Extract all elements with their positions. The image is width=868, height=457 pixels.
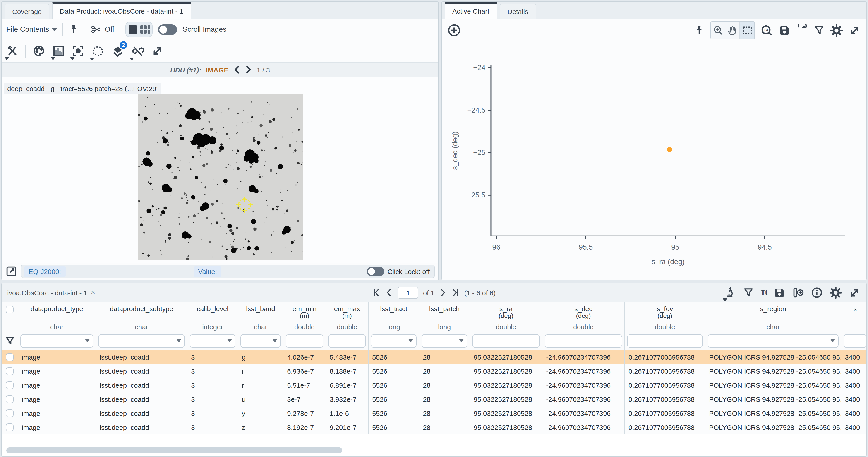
- click-lock-toggle[interactable]: [367, 267, 384, 276]
- filter-input[interactable]: [708, 334, 839, 347]
- filter-row-icon[interactable]: [2, 332, 18, 349]
- filter-input[interactable]: [98, 334, 185, 347]
- row-checkbox[interactable]: [2, 406, 18, 420]
- filter-chart-icon[interactable]: [814, 25, 825, 36]
- scatter-chart[interactable]: −24−24.5−25−25.59695.59594.5s_ra (deg)s_…: [442, 42, 866, 280]
- expand-icon[interactable]: [151, 45, 163, 57]
- filter-input[interactable]: [190, 334, 236, 347]
- stretch-histogram-icon[interactable]: [53, 45, 65, 57]
- column-header-em_min[interactable]: em_min(m)double: [283, 302, 326, 332]
- table-row[interactable]: imagelsst.deep_coadd3i6.936e-78.188e-755…: [2, 364, 866, 378]
- chart-settings-icon[interactable]: [830, 24, 843, 36]
- star: [230, 165, 231, 165]
- add-column-icon[interactable]: [792, 286, 804, 299]
- select-region-icon[interactable]: [91, 44, 104, 57]
- row-checkbox[interactable]: [2, 364, 18, 378]
- horizontal-scrollbar[interactable]: [6, 448, 342, 453]
- table-row[interactable]: imagelsst.deep_coadd3u3e-73.932e-7552628…: [2, 392, 866, 406]
- first-page-icon[interactable]: [372, 288, 380, 297]
- scroll-images-toggle[interactable]: [158, 24, 177, 35]
- close-table-icon[interactable]: ×: [91, 288, 95, 297]
- expand-table-icon[interactable]: [848, 286, 861, 299]
- filter-input[interactable]: [627, 334, 703, 347]
- column-header-s_fov[interactable]: s_fov(deg)double: [625, 302, 706, 332]
- filter-input[interactable]: [422, 334, 467, 347]
- table-row[interactable]: imagelsst.deep_coadd3g4.026e-75.483e-755…: [2, 350, 866, 364]
- row-checkbox[interactable]: [2, 420, 18, 434]
- recenter-icon[interactable]: [72, 45, 84, 57]
- row-checkbox[interactable]: [2, 378, 18, 392]
- layers-icon[interactable]: 2: [112, 44, 124, 57]
- table-settings-icon[interactable]: [830, 286, 842, 299]
- table-info-icon[interactable]: [811, 287, 823, 299]
- row-checkbox[interactable]: [2, 350, 18, 364]
- star: [180, 135, 182, 136]
- crop-toggle-button[interactable]: Off: [91, 24, 114, 35]
- column-header-calib_level[interactable]: calib_levelinteger: [187, 302, 238, 332]
- save-chart-icon[interactable]: [779, 25, 790, 36]
- star: [152, 189, 153, 190]
- coordinate-readout-label[interactable]: EQ-J2000:: [24, 266, 65, 276]
- value-readout-label[interactable]: Value:: [193, 266, 221, 276]
- table-tab-label[interactable]: ivoa.ObsCore - data-int - 1: [7, 289, 87, 297]
- select-all-checkbox[interactable]: [2, 302, 18, 332]
- table-row[interactable]: imagelsst.deep_coadd3y9.278e-71.1e-65526…: [2, 406, 866, 420]
- color-palette-icon[interactable]: [33, 45, 45, 57]
- table-row[interactable]: imagelsst.deep_coadd3r5.51e-76.891e-7552…: [2, 378, 866, 392]
- pan-mode-button[interactable]: [725, 22, 740, 39]
- data-inspector-icon[interactable]: [724, 287, 736, 299]
- filter-input[interactable]: [241, 334, 281, 347]
- zoom-original-icon[interactable]: 1X: [761, 24, 773, 36]
- previous-hdu-icon[interactable]: [233, 66, 241, 74]
- filter-table-icon[interactable]: [743, 287, 754, 298]
- column-header-s[interactable]: s: [841, 302, 866, 332]
- tab-coverage[interactable]: Coverage: [4, 4, 49, 19]
- row-checkbox[interactable]: [2, 392, 18, 406]
- column-header-s_ra[interactable]: s_ra(deg)double: [470, 302, 542, 332]
- star: [188, 216, 189, 217]
- select-area-mode-button[interactable]: [740, 22, 754, 39]
- grid-view-button[interactable]: [140, 24, 151, 35]
- expand-chart-icon[interactable]: [848, 24, 861, 36]
- restore-chart-icon[interactable]: [796, 25, 808, 36]
- filter-input[interactable]: [286, 334, 323, 347]
- text-view-icon[interactable]: Tt: [761, 288, 767, 297]
- tab-active-chart[interactable]: Active Chart: [445, 2, 497, 19]
- filter-input[interactable]: [20, 334, 93, 347]
- column-header-lsst_tract[interactable]: lsst_tractlong: [369, 302, 419, 332]
- single-view-button[interactable]: [127, 24, 138, 35]
- column-header-lsst_band[interactable]: lsst_bandchar: [238, 302, 283, 332]
- save-table-icon[interactable]: [774, 287, 785, 298]
- last-page-icon[interactable]: [452, 288, 460, 297]
- column-header-dataproduct_subtype[interactable]: dataproduct_subtypechar: [96, 302, 187, 332]
- data-point[interactable]: [667, 147, 672, 152]
- add-chart-icon[interactable]: [447, 24, 461, 37]
- filter-input[interactable]: [545, 334, 622, 347]
- column-header-dataproduct_type[interactable]: dataproduct_typechar: [18, 302, 96, 332]
- tab-data-product[interactable]: Data Product: ivoa.ObsCore - data-int - …: [52, 2, 191, 19]
- page-number-input[interactable]: [398, 286, 418, 299]
- divider: [63, 23, 63, 36]
- table-row[interactable]: imagelsst.deep_coadd3z8.192e-79.201e-755…: [2, 420, 866, 434]
- filter-input[interactable]: [371, 334, 416, 347]
- previous-page-icon[interactable]: [385, 288, 393, 297]
- external-view-icon[interactable]: [5, 266, 17, 277]
- next-hdu-icon[interactable]: [245, 66, 252, 74]
- tools-icon[interactable]: [6, 45, 18, 57]
- column-header-lsst_patch[interactable]: lsst_patchlong: [419, 302, 470, 332]
- tab-details[interactable]: Details: [500, 4, 536, 19]
- column-header-s_dec[interactable]: s_dec(deg)double: [542, 302, 625, 332]
- zoom-in-mode-button[interactable]: [711, 22, 725, 39]
- pin-icon[interactable]: [69, 24, 80, 35]
- next-page-icon[interactable]: [439, 288, 447, 297]
- file-contents-dropdown[interactable]: File Contents: [6, 25, 57, 33]
- filter-input[interactable]: [472, 334, 540, 347]
- unlink-wcs-icon[interactable]: [131, 44, 144, 57]
- fits-image[interactable]: [138, 94, 303, 260]
- filter-input[interactable]: [843, 334, 866, 347]
- pin-chart-icon[interactable]: [694, 25, 705, 36]
- column-header-em_max[interactable]: em_max(m)double: [326, 302, 369, 332]
- column-header-s_region[interactable]: s_regionchar: [706, 302, 841, 332]
- filter-input[interactable]: [328, 334, 366, 347]
- star: [280, 240, 280, 241]
